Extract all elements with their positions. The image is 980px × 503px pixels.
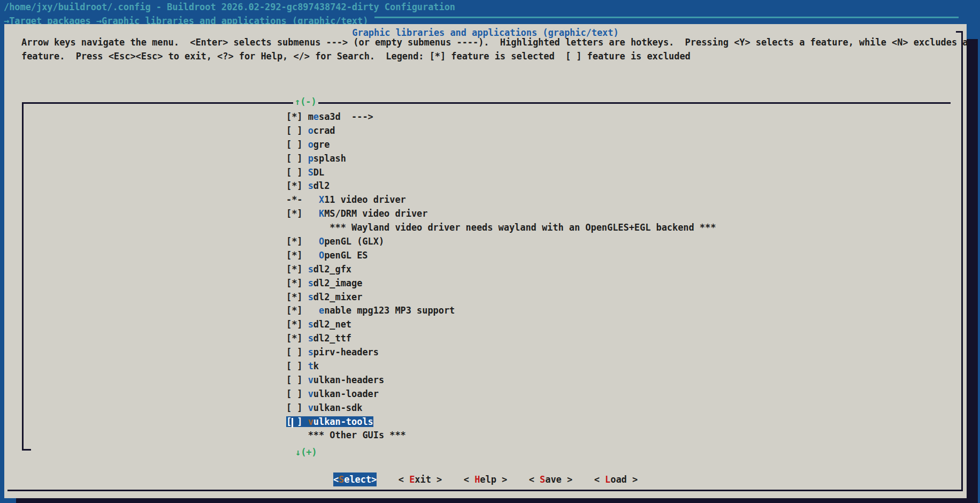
menu-item[interactable]: [*] sdl2	[286, 179, 716, 193]
menu-item[interactable]: [ ] tk	[286, 360, 716, 374]
dialog-border-corner	[956, 31, 963, 33]
help-button[interactable]: < Help >	[464, 472, 507, 486]
dialog-border-bottom	[7, 490, 963, 491]
exit-button[interactable]: < Exit >	[399, 472, 442, 486]
menu-item[interactable]: [ ] SDL	[286, 166, 716, 180]
menu-list: [*] mesa3d --->[ ] ocrad[ ] ogre[ ] pspl…	[286, 110, 716, 443]
menu-box-border-left	[22, 102, 24, 451]
menu-item[interactable]: [ ] spirv-headers	[286, 346, 716, 360]
menu-item[interactable]: [*] sdl2_ttf	[286, 332, 716, 346]
menu-item[interactable]: -*- X11 video driver	[286, 193, 716, 207]
menu-item[interactable]: [ ] vulkan-headers	[286, 374, 716, 387]
menu-item[interactable]: [ ] psplash	[286, 152, 716, 166]
menu-item[interactable]: [ ] ogre	[286, 138, 716, 152]
instructions-line-2: feature. Press <Esc><Esc> to exit, <?> f…	[21, 49, 691, 63]
load-button[interactable]: < Load >	[594, 472, 638, 486]
menu-item[interactable]: [*] sdl2_image	[286, 277, 716, 291]
menu-item[interactable]: [*] sdl2_net	[286, 318, 716, 332]
menu-item[interactable]: [*] sdl2_mixer	[286, 291, 716, 304]
dialog-shadow-right	[967, 39, 978, 503]
menu-item[interactable]: [ ] vulkan-tools	[286, 415, 716, 429]
menu-item[interactable]: [*] mesa3d --->	[286, 110, 716, 124]
button-row: <Select>< Exit >< Help >< Save >< Load >	[4, 472, 967, 486]
menu-item[interactable]: *** Other GUIs ***	[286, 429, 716, 443]
menu-box-border-top	[22, 102, 951, 104]
menu-item[interactable]: [ ] ocrad	[286, 124, 716, 138]
menu-item[interactable]: [ ] vulkan-sdk	[286, 401, 716, 415]
breadcrumb-rule	[374, 17, 959, 18]
dialog-shadow-bottom	[16, 498, 978, 503]
menu-item[interactable]: [*] enable mpg123 MP3 support	[286, 304, 716, 318]
dialog-border-right	[961, 31, 963, 491]
save-button[interactable]: < Save >	[529, 472, 572, 486]
menu-item[interactable]: [*] KMS/DRM video driver	[286, 207, 716, 221]
menu-item[interactable]: [ ] vulkan-loader	[286, 387, 716, 401]
menuconfig-dialog: Graphic libraries and applications (grap…	[4, 24, 967, 498]
menu-item[interactable]: [*] OpenGL (GLX)	[286, 235, 716, 249]
scroll-down-indicator: ↓(+)	[294, 445, 319, 459]
scroll-up-indicator: ↑(-)	[293, 95, 318, 109]
menu-item[interactable]: [*] sdl2_gfx	[286, 263, 716, 277]
menu-item[interactable]: *** Wayland video driver needs wayland w…	[286, 221, 716, 235]
terminal-title-line: /home/jxy/buildroot/.config - Buildroot …	[4, 0, 455, 14]
terminal-screen: /home/jxy/buildroot/.config - Buildroot …	[0, 0, 980, 503]
menu-item[interactable]: [*] OpenGL ES	[286, 249, 716, 263]
instructions-line-1: Arrow keys navigate the menu. <Enter> se…	[21, 35, 968, 49]
menu-box-border-corner	[22, 449, 31, 451]
select-button[interactable]: <Select>	[333, 472, 377, 486]
